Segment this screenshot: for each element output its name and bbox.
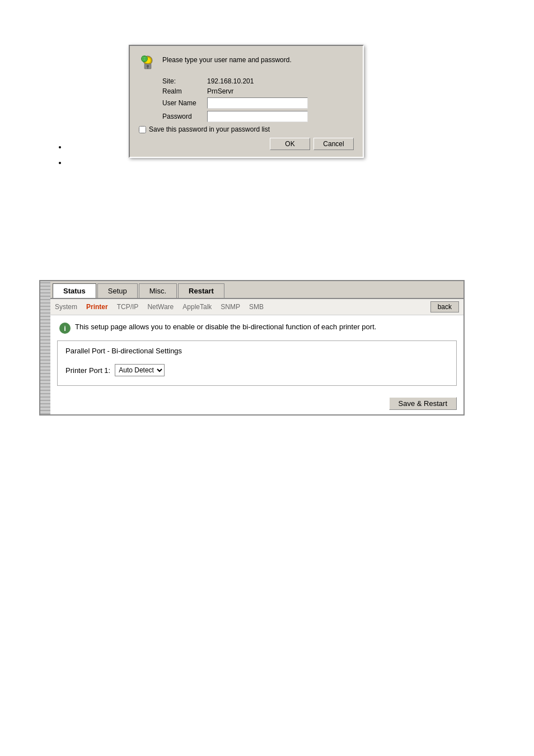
subnav-tcpip[interactable]: TCP/IP	[117, 303, 139, 311]
tab-misc[interactable]: Misc.	[139, 283, 177, 298]
realm-row: Realm PrnServr	[162, 87, 354, 95]
tab-status[interactable]: Status	[53, 283, 96, 298]
info-section: i This setup page allows you to enable o…	[50, 315, 463, 340]
subnav-system[interactable]: System	[55, 303, 77, 311]
tab-bar: Status Setup Misc. Restart	[50, 281, 463, 299]
dialog-icon	[139, 54, 157, 72]
realm-value: PrnServr	[207, 87, 233, 95]
dialog-header: Please type your user name and password.	[139, 54, 354, 72]
panel-main: Status Setup Misc. Restart System Printe…	[50, 281, 463, 414]
subnav-snmp[interactable]: SNMP	[221, 303, 240, 311]
subnav-appletalk[interactable]: AppleTalk	[182, 303, 212, 311]
bullet-item-1	[67, 140, 448, 156]
info-icon: i	[59, 323, 71, 334]
printer-port-select[interactable]: Auto Detect Enabled Disabled	[115, 364, 165, 376]
printer-port-label: Printer Port 1:	[65, 366, 110, 375]
tab-setup[interactable]: Setup	[97, 283, 138, 298]
save-restart-button[interactable]: Save & Restart	[389, 397, 457, 410]
panel-left-strip	[40, 281, 50, 414]
subnav-bar: System Printer TCP/IP NetWare AppleTalk …	[50, 299, 463, 315]
info-text: This setup page allows you to enable or …	[75, 322, 376, 332]
svg-point-3	[147, 65, 149, 67]
bullet-item-2	[67, 156, 448, 171]
bullet-list	[56, 140, 448, 171]
settings-box-title: Parallel Port - Bi-directional Settings	[65, 347, 448, 355]
save-password-label: Save this password in your password list	[149, 125, 270, 133]
tab-restart[interactable]: Restart	[178, 283, 224, 298]
back-button[interactable]: back	[430, 301, 459, 312]
bullet-section	[56, 140, 448, 171]
printer-port-row: Printer Port 1: Auto Detect Enabled Disa…	[65, 361, 448, 380]
subnav-printer[interactable]: Printer	[86, 303, 108, 311]
panel-container: Status Setup Misc. Restart System Printe…	[39, 280, 465, 416]
username-label: User Name	[162, 99, 207, 107]
subnav-netware[interactable]: NetWare	[147, 303, 174, 311]
save-password-checkbox[interactable]	[139, 126, 146, 133]
settings-box: Parallel Port - Bi-directional Settings …	[57, 340, 457, 386]
site-value: 192.168.10.201	[207, 77, 254, 85]
username-row: User Name	[162, 97, 354, 109]
password-label: Password	[162, 113, 207, 120]
site-row: Site: 192.168.10.201	[162, 77, 354, 85]
site-label: Site:	[162, 77, 207, 85]
password-row: Password	[162, 111, 354, 122]
subnav-smb[interactable]: SMB	[249, 303, 264, 311]
dialog-message: Please type your user name and password.	[162, 54, 292, 64]
action-bar: Save & Restart	[50, 393, 463, 414]
realm-label: Realm	[162, 87, 207, 95]
password-input[interactable]	[207, 111, 308, 122]
username-input[interactable]	[207, 97, 308, 109]
save-password-row: Save this password in your password list	[139, 125, 354, 133]
dialog-fields: Site: 192.168.10.201 Realm PrnServr User…	[162, 77, 354, 122]
